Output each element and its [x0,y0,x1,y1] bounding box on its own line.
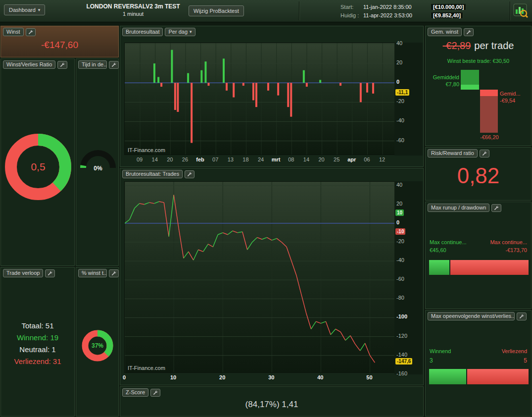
runup-drawdown-panel: Max runup / drawdown Max continue... €45… [425,202,532,309]
risk-reward-value: 0,82 [426,163,531,188]
probacktest-icon[interactable] [513,3,528,18]
avg-profit-value: -€2,89 [443,40,471,51]
wrench-icon [466,30,471,35]
brutoresultaat-title-label: Brutoresultaat [126,29,159,35]
equity-segment [213,235,218,247]
equity-segment [291,261,296,275]
equity-segment [277,238,282,242]
x-tick-label: 40 [313,374,327,380]
ratio-panel-title[interactable]: Winst/Verlies Ratio [3,60,55,69]
risk-reward-title[interactable]: Risk/Reward ratio [428,149,478,157]
x-tick-label: 07 [208,156,222,162]
dashboard-menu-button[interactable]: Dashboard▾ [4,4,45,15]
equity-segment [149,203,154,204]
streak-title-label: Max opeenvolgende winst/verlies... [431,313,515,319]
winst-panel-title[interactable]: Winst [3,28,24,36]
equity-segment [238,232,242,233]
equity-segment [218,233,223,235]
x-tick-label: 14 [299,156,313,162]
per-dag-x-axis: 09142026feb07131824mrt08142025apr0612 [124,156,394,163]
winst-settings-button[interactable] [26,28,36,36]
day-result-bar [174,83,176,110]
y-tick-label: -120 [396,333,407,339]
header-divider [299,1,299,20]
equity-segment [331,329,336,334]
x-tick-label: 20 [215,374,229,380]
equity-segment [159,202,164,203]
total-profit-value: -€147,60 [1,40,118,51]
equity-segment [365,343,370,356]
day-result-bar [205,61,207,83]
y-tick-label: -100 [396,313,407,319]
x-tick-label: 24 [254,156,268,162]
y-tick-label: 40 [396,182,402,188]
tijd-settings-button[interactable] [109,61,119,69]
pct-winst-panel-title[interactable]: % winst t... [78,269,107,277]
y-tick-label: 20 [396,59,402,65]
strategy-title-block: LONDON REVERSALV2 3m TEST 1 minuut [79,3,187,17]
strategy-title: LONDON REVERSALV2 3m TEST [79,3,187,10]
trade-verloop-settings-button[interactable] [45,269,55,277]
risk-reward-settings-button[interactable] [480,150,489,157]
streak-title[interactable]: Max opeenvolgende winst/verlies... [428,312,515,320]
pct-winst-title-label: % winst t... [82,270,107,276]
equity-segment [336,329,340,332]
zscore-title[interactable]: Z-Score [122,388,148,397]
winst-panel-title-label: Winst [6,29,20,35]
streak-win-bar [429,369,466,384]
trades-chart-title-label: Brutoresultaat: Trades [126,171,179,177]
tijd-panel-title[interactable]: Tijd in de... [78,60,107,69]
equity-segment [282,242,287,247]
streak-loss-label: Verliezend [502,348,527,354]
x-tick-label: 08 [284,156,298,162]
zscore-settings-button[interactable] [150,389,160,397]
day-result-bar [233,83,235,97]
edit-probacktest-button[interactable]: Wijzig ProBacktest [189,5,244,16]
watermark: IT-Finance.com [128,365,165,371]
avg-win-loss-bars [460,69,500,135]
ratio-settings-button[interactable] [57,61,67,69]
avg-profit-per-trade: -€2,89per trade [426,40,531,52]
per-dag-dropdown[interactable]: Per dag▾ [165,28,195,36]
runup-settings-button[interactable] [491,204,501,212]
streak-settings-button[interactable] [517,313,527,320]
x-tick-label: 20 [163,156,177,162]
equity-segment [340,332,345,340]
equity-segment [257,237,262,239]
x-tick-label: 13 [224,156,238,162]
y-tick-label: -60 [396,276,404,282]
x-tick-label: 14 [148,156,162,162]
y-tick-label: 40 [396,40,402,46]
trades-chart-settings-button[interactable] [185,170,194,178]
gem-winst-settings-button[interactable] [464,28,474,36]
backtest-period-info: Start: 11-jan-2022 8:35:00 [€10.000,00] … [340,2,466,19]
equity-segment [316,321,321,323]
chevron-down-icon: ▾ [190,29,192,35]
pct-winst-settings-button[interactable] [109,269,119,277]
day-result-bar [177,83,179,112]
x-tick-label: 0 [117,374,131,380]
day-result-bar [252,83,254,100]
tijd-in-de-markt-panel: Tijd in de... 0% [76,58,119,266]
brutoresultaat-title[interactable]: Brutoresultaat [122,28,163,36]
runup-title[interactable]: Max runup / drawdown [428,204,489,212]
trades-chart-title[interactable]: Brutoresultaat: Trades [122,170,183,178]
per-dag-chart-panel: Brutoresultaat Per dag▾ IT-Finance.com 4… [120,26,424,167]
start-date: 11-jan-2022 8:35:00 [363,4,431,10]
y-tick-label: -20 [396,98,404,104]
gem-winst-title[interactable]: Gem. winst [428,28,462,36]
equity-segment [350,336,355,344]
x-tick-label: 18 [239,156,252,162]
x-tick-label: feb [193,156,207,162]
max-drawdown-label: Max continue... [490,239,527,245]
equity-segment [321,321,326,323]
equity-segment [370,356,375,363]
y-tick-label: -140 [396,352,407,358]
trades-y-axis: 40200-20-40-60-80-100-120-140-16010-10-1… [394,181,423,374]
day-result-bar [303,70,305,83]
x-tick-label: 50 [362,374,376,380]
avg-profit-suffix: per trade [474,40,514,51]
best-trade-line: Winst beste trade: €30,50 [426,58,531,64]
trade-verloop-panel-title[interactable]: Trade verloop [3,269,43,277]
day-result-bar [207,83,209,86]
